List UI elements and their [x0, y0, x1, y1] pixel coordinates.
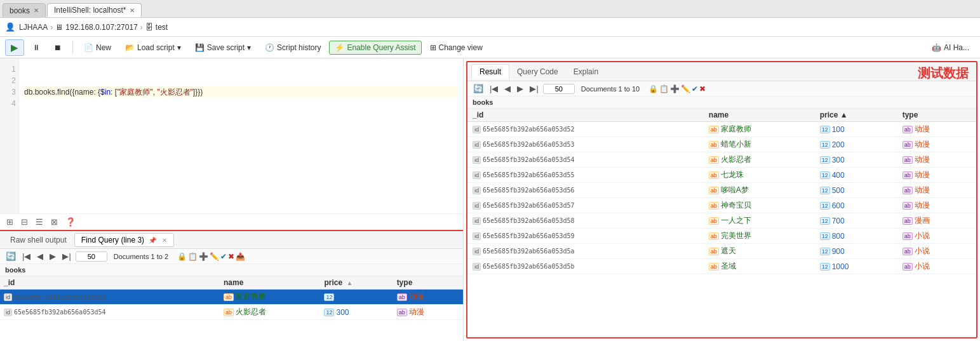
- add-icon[interactable]: ➕: [199, 252, 208, 261]
- right-action-icons: 🔒 📋 ➕ ✏️ ✔ ✖: [648, 84, 706, 93]
- right-panel-tabs: Result Query Code Explain 测试数据: [467, 62, 976, 81]
- right-collection-header: books: [467, 97, 976, 109]
- toolbar-right: 🤖 AI Ha...: [926, 41, 975, 55]
- right-prev-page-btn[interactable]: ◀: [502, 83, 513, 94]
- right-page-size-input[interactable]: [543, 84, 575, 94]
- delete-icon[interactable]: ✖: [228, 252, 234, 261]
- script-history-icon: 🕐: [265, 43, 274, 52]
- right-first-page-btn[interactable]: |◀: [488, 83, 500, 94]
- grid-icon-3[interactable]: ☰: [33, 216, 46, 228]
- close-find-query-tab[interactable]: ✕: [162, 237, 167, 244]
- script-history-button[interactable]: 🕐 Script history: [259, 41, 326, 55]
- refresh-btn[interactable]: 🔄: [4, 251, 18, 262]
- doc-count: Documents 1 to 2: [114, 253, 168, 260]
- close-tab-intellishell[interactable]: ✕: [130, 7, 135, 14]
- tab-query-code[interactable]: Query Code: [509, 65, 566, 79]
- new-icon: 📄: [84, 43, 93, 52]
- right-toolbar: 🔄 |◀ ◀ ▶ ▶| Documents 1 to 10 🔒 📋 ➕ ✏️ ✔…: [467, 81, 976, 97]
- right-copy-icon[interactable]: 📋: [659, 84, 669, 93]
- editor-content[interactable]: 1 2 3 4 db.books.find({name: {$in: ["家庭教…: [0, 58, 463, 213]
- table-row[interactable]: id65e5685fb392ab656a053d53ab蜡笔小新12200ab动…: [467, 137, 976, 152]
- tab-bar: books ✕ IntelliShell: localhost* ✕: [0, 0, 980, 18]
- close-tab-books[interactable]: ✕: [34, 7, 39, 14]
- right-check-icon[interactable]: ✔: [692, 84, 698, 93]
- pause-button[interactable]: ⏸: [27, 41, 46, 55]
- db-icon: 🗄: [145, 23, 153, 32]
- table-row[interactable]: id65e5685fb392ab656a053d54ab火影忍者12300ab动…: [0, 305, 463, 320]
- prev-page-btn[interactable]: ◀: [35, 251, 45, 262]
- help-icon[interactable]: ❓: [63, 216, 78, 228]
- edit-icon[interactable]: ✏️: [210, 252, 219, 261]
- tab-result[interactable]: Result: [471, 64, 509, 79]
- grid-icon-2[interactable]: ⊟: [18, 216, 30, 228]
- table-row[interactable]: id65e5685fb392ab656a053d52ab家庭教师12100ab动…: [0, 290, 463, 305]
- col-id: _id: [0, 276, 220, 290]
- pause-icon: ⏸: [32, 43, 40, 52]
- toolbar: ▶ ⏸ ⏹ 📄 New 📂 Load script ▾ 💾 Save scrip…: [0, 37, 980, 58]
- tab-find-query[interactable]: Find Query (line 3) 📌 ✕: [74, 233, 175, 247]
- database-name: test: [156, 23, 168, 32]
- grid-icon-1[interactable]: ⊞: [4, 216, 16, 228]
- last-page-btn[interactable]: ▶|: [60, 251, 72, 262]
- result-table-container[interactable]: books _id name price ▲ type id65e5685fb3…: [0, 264, 463, 341]
- server-address: 192.168.0.107:27017: [65, 23, 137, 32]
- script-history-label: Script history: [277, 43, 321, 52]
- line-numbers: 1 2 3 4: [0, 58, 19, 213]
- change-view-button[interactable]: ⊞ Change view: [424, 41, 488, 55]
- lock-icon: 🔒: [177, 252, 187, 261]
- tab-explain[interactable]: Explain: [566, 65, 606, 79]
- editor-icons-bar: ⊞ ⊟ ☰ ⊠ ❓: [0, 213, 463, 230]
- table-row[interactable]: id65e5685fb392ab656a053d58ab一人之下12700ab漫…: [467, 213, 976, 229]
- result-table: _id name price ▲ type id65e5685fb392ab65…: [0, 276, 463, 320]
- next-page-btn[interactable]: ▶: [48, 251, 58, 262]
- tab-raw-shell-output[interactable]: Raw shell output: [4, 234, 73, 246]
- right-refresh-btn[interactable]: 🔄: [471, 83, 485, 94]
- table-row[interactable]: id65e5685fb392ab656a053d5aab遮天12900ab小说: [467, 244, 976, 259]
- check-icon[interactable]: ✔: [220, 252, 227, 261]
- code-text-3: db.books.find({name: {$in: ["家庭教师", "火影忍…: [24, 86, 203, 98]
- table-row[interactable]: id65e5685fb392ab656a053d57ab神奇宝贝12600ab动…: [467, 198, 976, 213]
- right-delete-icon[interactable]: ✖: [699, 84, 706, 93]
- bottom-panel: Raw shell output Find Query (line 3) 📌 ✕…: [0, 230, 463, 341]
- load-script-button[interactable]: 📂 Load script ▾: [119, 41, 187, 55]
- stop-button[interactable]: ⏹: [48, 41, 67, 55]
- main-area: 1 2 3 4 db.books.find({name: {$in: ["家庭教…: [0, 58, 980, 341]
- line-num-1: 1: [3, 64, 16, 75]
- load-script-dropdown-icon: ▾: [177, 43, 181, 52]
- find-query-label: Find Query (line 3): [81, 236, 144, 244]
- bottom-tabs: Raw shell output Find Query (line 3) 📌 ✕: [0, 231, 463, 249]
- export-icon[interactable]: 📤: [236, 252, 245, 261]
- pin-icon: 📌: [149, 237, 156, 244]
- table-row[interactable]: id65e5685fb392ab656a053d59ab完美世界12800ab小…: [467, 229, 976, 244]
- table-row[interactable]: id65e5685fb392ab656a053d54ab火影忍者12300ab动…: [467, 152, 976, 168]
- load-script-icon: 📂: [125, 43, 135, 52]
- table-row[interactable]: id65e5685fb392ab656a053d56ab哆啦A梦12500ab动…: [467, 183, 976, 198]
- page-size-input[interactable]: [76, 251, 107, 262]
- tab-intellishell[interactable]: IntelliShell: localhost* ✕: [47, 3, 142, 17]
- query-code-tab-label: Query Code: [517, 67, 558, 76]
- first-page-btn[interactable]: |◀: [20, 251, 32, 262]
- code-editor[interactable]: db.books.find({name: {$in: ["家庭教师", "火影忍…: [19, 58, 463, 213]
- query-assist-button[interactable]: ⚡ Enable Query Assist: [329, 41, 421, 55]
- right-col-id: _id: [467, 109, 704, 122]
- table-row[interactable]: id65e5685fb392ab656a053d52ab家庭教师12100ab动…: [467, 122, 976, 137]
- run-button[interactable]: ▶: [5, 39, 24, 56]
- sep1: ›: [50, 23, 53, 32]
- stop-icon: ⏹: [54, 43, 62, 52]
- right-last-page-btn[interactable]: ▶|: [528, 83, 540, 94]
- new-button[interactable]: 📄 New: [78, 41, 117, 55]
- server-icon: 🖥: [55, 23, 63, 32]
- save-script-button[interactable]: 💾 Save script ▾: [189, 41, 257, 55]
- copy-icon[interactable]: 📋: [188, 252, 198, 261]
- right-next-page-btn[interactable]: ▶: [515, 83, 525, 94]
- right-table-container[interactable]: books _id name price ▲ type id65e5685fb3…: [467, 97, 976, 337]
- grid-icon-4[interactable]: ⊠: [48, 216, 60, 228]
- change-view-icon: ⊞: [430, 43, 436, 52]
- right-add-icon[interactable]: ➕: [670, 84, 680, 93]
- tab-books[interactable]: books ✕: [3, 3, 46, 17]
- right-edit-icon[interactable]: ✏️: [681, 84, 690, 93]
- table-row[interactable]: id65e5685fb392ab656a053d55ab七龙珠12400ab动漫: [467, 168, 976, 183]
- user-name: LJHAAA: [19, 23, 48, 32]
- table-row[interactable]: id65e5685fb392ab656a053d5bab圣域121000ab小说: [467, 259, 976, 274]
- ai-button[interactable]: 🤖 AI Ha...: [926, 41, 975, 55]
